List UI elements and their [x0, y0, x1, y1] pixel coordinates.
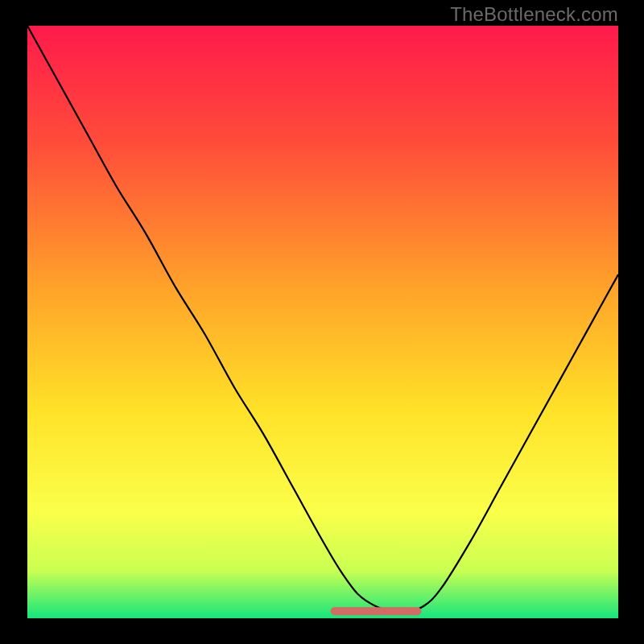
chart-background — [27, 26, 618, 618]
plot-area — [27, 26, 618, 618]
chart-svg — [27, 26, 618, 618]
chart-frame: TheBottleneck.com — [0, 0, 644, 644]
watermark-label: TheBottleneck.com — [450, 3, 618, 26]
